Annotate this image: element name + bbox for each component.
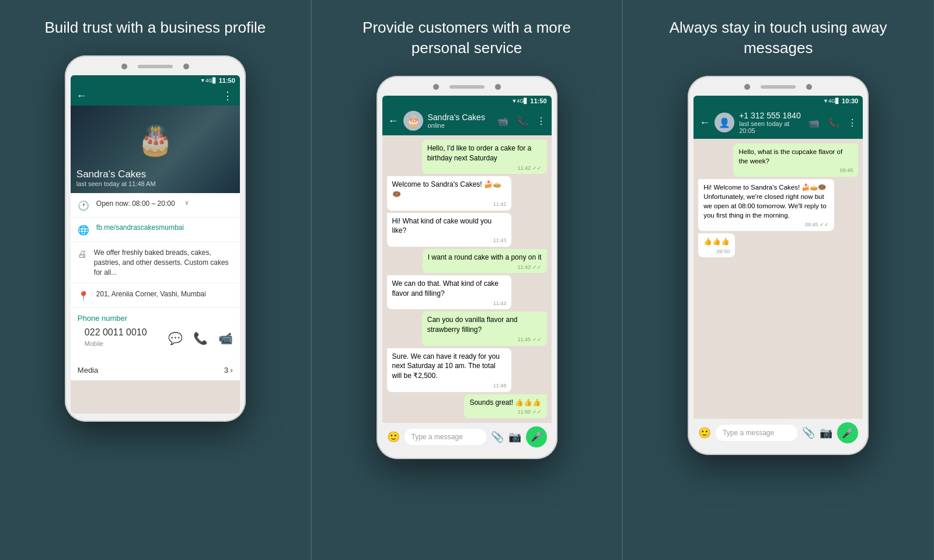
profile-status-bar: ← ⋮ [71, 86, 240, 106]
profile-website[interactable]: fb.me/sandrascakesmumbai [96, 223, 184, 232]
phone-action-icons: 💬 📞 📹 [168, 331, 233, 345]
phone-3-screen: ▼4G▊ 10:30 ← 👤 +1 312 555 1840 last seen… [693, 96, 863, 447]
status-bar-1: ▼4G▊ 11:50 [71, 75, 240, 86]
camera-3 [433, 84, 439, 90]
profile-address-item: 📍 201, Areniia Corner, Vashi, Mumbai [71, 284, 240, 308]
mic-btn-2[interactable]: 🎤 [526, 426, 547, 447]
hours-chevron: ∨ [184, 199, 189, 206]
chat-2-back[interactable]: ← [388, 115, 399, 127]
profile-description: We offer freshly baked breads, cakes, pa… [94, 248, 233, 277]
status-bar-3: ▼4G▊ 10:30 [693, 96, 863, 106]
contact-info-2: Sandra's Cakes online [428, 113, 492, 129]
phone-3: ▼4G▊ 10:30 ← 👤 +1 312 555 1840 last seen… [688, 76, 869, 455]
chat-3-back[interactable]: ← [699, 117, 710, 129]
emoji-icon-2[interactable]: 🙂 [387, 430, 400, 443]
panel-3-title: Always stay in touch using away messages [667, 18, 889, 58]
phone-1-top [71, 64, 240, 69]
phone-2-screen: ▼4G▊ 11:50 ← 🎂 Sandra's Cakes online 📹 📞… [382, 96, 552, 451]
video-call-icon-2[interactable]: 📹 [497, 116, 508, 127]
msg-2-2: Welcome to Sandra's Cakes! 🍰🥧🍩 11:42 [387, 176, 512, 210]
profile-phone-type: Mobile [78, 340, 154, 352]
speaker-2 [449, 85, 485, 89]
speaker-3 [761, 85, 796, 89]
voice-call-icon-2[interactable]: 📞 [517, 116, 528, 127]
msg-2-1-text: Hello, I'd like to order a cake for a bi… [427, 144, 542, 163]
profile-phone-number: 022 0011 0010 [78, 325, 154, 340]
profile-address: 201, Areniia Corner, Vashi, Mumbai [96, 289, 206, 299]
msg-2-7-text: Sure. We can have it ready for you next … [392, 352, 507, 381]
voice-call-icon-3[interactable]: 📞 [828, 117, 839, 128]
camera-5 [744, 84, 750, 90]
profile-website-item[interactable]: 🌐 fb.me/sandrascakesmumbai [71, 218, 240, 242]
phone-3-top [693, 84, 863, 90]
panel-1-title: Build trust with a business profile [45, 18, 266, 38]
camera-icon-2[interactable]: 📷 [508, 430, 521, 443]
attach-icon-2[interactable]: 📎 [491, 430, 504, 443]
phone-1-screen: ▼4G▊ 11:50 ← ⋮ 🎂 Sandra's Cakes last see… [71, 75, 240, 414]
media-bar[interactable]: Media 3 › [71, 360, 240, 380]
msg-2-4: I want a round cake with a pony on it 11… [423, 249, 547, 273]
menu-icon-3[interactable]: ⋮ [848, 117, 857, 128]
contact-name-2: Sandra's Cakes [428, 113, 492, 122]
attach-icon-3[interactable]: 📎 [802, 426, 815, 439]
chat-3-header-icons: 📹 📞 ⋮ [808, 117, 857, 128]
msg-2-3-text: Hi! What kind of cake would you like? [392, 216, 507, 236]
msg-2-6-text: Can you do vanilla flavor and strawberry… [427, 315, 542, 335]
contact-status-3: last seen today at 20:05 [739, 120, 803, 134]
globe-icon: 🌐 [78, 225, 89, 236]
phone-section-label: Phone number [71, 308, 240, 325]
profile-last-seen: last seen today at 11:48 AM [76, 180, 156, 187]
msg-3-1: Hello, what is the cupcake flavor of the… [733, 144, 858, 177]
msg-2-6: Can you do vanilla flavor and strawberry… [422, 312, 547, 345]
msg-3-3-text: 👍👍👍 [703, 237, 730, 247]
status-time-1: 11:50 [219, 77, 235, 84]
call-action-icon[interactable]: 📞 [193, 331, 208, 345]
chat-area-3: Hello, what is the cupcake flavor of the… [693, 139, 863, 419]
video-call-icon-3[interactable]: 📹 [808, 117, 820, 128]
phone-2: ▼4G▊ 11:50 ← 🎂 Sandra's Cakes online 📹 📞… [377, 76, 557, 459]
msg-3-2-time: 09:45 ✓✓ [703, 221, 829, 229]
msg-2-8: Sounds great! 👍👍👍 11:50 ✓✓ [464, 394, 546, 418]
profile-info-section: 🕐 Open now: 08:00 – 20:00 ∨ 🌐 fb.me/sand… [71, 193, 240, 380]
clock-icon: 🕐 [78, 200, 89, 211]
profile-hours-item: 🕐 Open now: 08:00 – 20:00 ∨ [71, 193, 240, 218]
msg-2-8-text: Sounds great! 👍👍👍 [469, 398, 541, 408]
chat-input-2[interactable]: Type a message [405, 429, 486, 445]
msg-2-2-text: Welcome to Sandra's Cakes! 🍰🥧🍩 [392, 180, 507, 200]
contact-name-3: +1 312 555 1840 [739, 111, 803, 120]
msg-2-2-time: 11:42 [392, 201, 507, 208]
status-time-2: 11:50 [530, 97, 546, 104]
video-action-icon[interactable]: 📹 [218, 331, 233, 345]
msg-3-2: Hi! Welcome to Sandra's Cakes! 🍰🥧🍩Unfort… [698, 179, 834, 231]
msg-2-7: Sure. We can have it ready for you next … [387, 348, 512, 392]
signal-icon-3: ▼4G▊ [823, 98, 839, 104]
phone-1: ▼4G▊ 11:50 ← ⋮ 🎂 Sandra's Cakes last see… [65, 55, 246, 422]
profile-back-btn[interactable]: ← [76, 90, 87, 102]
msg-2-8-time: 11:50 ✓✓ [469, 408, 541, 416]
profile-desc-item: 🖨 We offer freshly baked breads, cakes, … [71, 242, 240, 284]
msg-2-4-time: 11:43 ✓✓ [428, 264, 542, 271]
chat-3-header: ← 👤 +1 312 555 1840 last seen today at 2… [693, 106, 863, 139]
media-count: 3 › [224, 366, 233, 374]
profile-hours: Open now: 08:00 – 20:00 [96, 199, 175, 209]
camera-6 [806, 84, 812, 90]
message-action-icon[interactable]: 💬 [168, 331, 183, 345]
signal-icon-2: ▼4G▊ [511, 98, 528, 104]
chat-2-header: ← 🎂 Sandra's Cakes online 📹 📞 ⋮ [382, 106, 552, 135]
mic-btn-3[interactable]: 🎤 [837, 422, 858, 443]
panel-personal-service: Provide customers with a more personal s… [312, 0, 623, 560]
phone-number-row: 022 0011 0010 Mobile 💬 📞 📹 [71, 325, 240, 358]
profile-menu-btn[interactable]: ⋮ [222, 89, 234, 102]
emoji-icon-3[interactable]: 🙂 [698, 426, 711, 439]
contact-status-2: online [428, 122, 492, 129]
contact-avatar-2: 🎂 [403, 111, 423, 131]
menu-icon-2[interactable]: ⋮ [536, 116, 546, 127]
chat-input-3[interactable]: Type a message [716, 425, 797, 441]
camera-4 [495, 84, 501, 90]
status-bar-2: ▼4G▊ 11:50 [382, 96, 552, 106]
chat-input-bar-3: 🙂 Type a message 📎 📷 🎤 [693, 419, 863, 447]
msg-3-3-time: 09:50 [703, 248, 730, 256]
chat-area-2: Hello, I'd like to order a cake for a bi… [382, 135, 552, 423]
camera-icon-3[interactable]: 📷 [820, 426, 832, 439]
chat-2-header-icons: 📹 📞 ⋮ [497, 116, 546, 127]
